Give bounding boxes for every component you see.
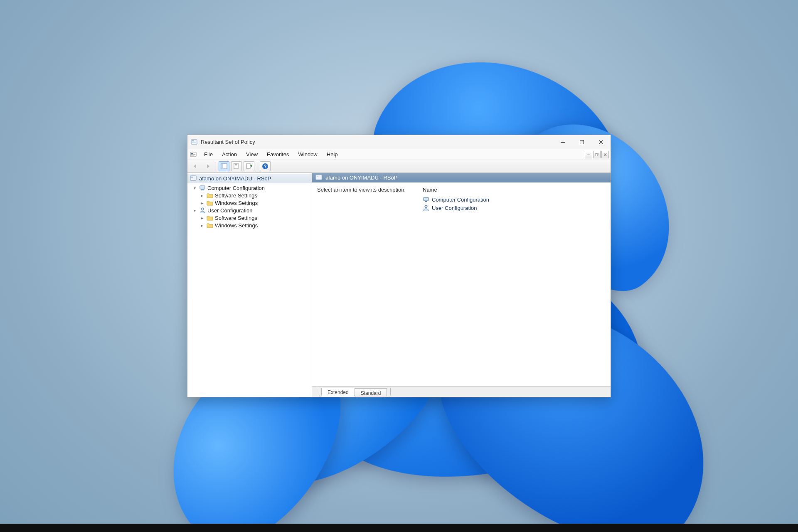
- svg-rect-7: [191, 153, 193, 154]
- titlebar[interactable]: Resultant Set of Policy: [187, 135, 611, 149]
- details-pane: afamo on ONYIMADU - RSoP Select an item …: [312, 173, 611, 397]
- user-icon: [199, 207, 206, 214]
- mmc-icon: [190, 151, 197, 158]
- computer-icon: [423, 196, 429, 203]
- tree-root-label: afamo on ONYIMADU - RSoP: [199, 175, 271, 182]
- svg-rect-8: [191, 154, 195, 155]
- description-prompt: Select an item to view its description.: [317, 187, 406, 193]
- svg-rect-10: [587, 155, 590, 155]
- details-header: afamo on ONYIMADU - RSoP: [312, 173, 611, 182]
- toolbar-show-hide-tree-button[interactable]: [219, 161, 229, 171]
- tree-node-uc-software-settings[interactable]: ▸ Software Settings: [189, 214, 312, 222]
- svg-rect-27: [316, 175, 322, 180]
- svg-rect-25: [201, 190, 204, 190]
- rsop-root-icon: [315, 174, 322, 181]
- tree-pane[interactable]: afamo on ONYIMADU - RSoP ▾ Computer Conf…: [187, 173, 312, 397]
- tree-node-cc-software-settings[interactable]: ▸ Software Settings: [189, 192, 312, 199]
- tree-node-uc-windows-settings[interactable]: ▸ Windows Settings: [189, 222, 312, 229]
- svg-rect-4: [561, 142, 565, 143]
- list-item-label: Computer Configuration: [432, 197, 489, 203]
- list-item-label: User Configuration: [432, 205, 477, 211]
- chevron-right-icon[interactable]: ▸: [199, 193, 205, 198]
- svg-rect-17: [235, 165, 237, 165]
- tab-label: Extended: [328, 389, 349, 395]
- mdi-restore-button[interactable]: [593, 151, 601, 158]
- tree-label: Software Settings: [215, 192, 257, 199]
- list-column-header-name[interactable]: Name: [423, 187, 606, 195]
- minimize-button[interactable]: [553, 135, 572, 149]
- tree-node-user-configuration[interactable]: ▾ User Configuration: [189, 207, 312, 214]
- toolbar-back-button[interactable]: [190, 161, 201, 171]
- toolbar-properties-button[interactable]: [231, 161, 242, 171]
- mdi-close-button[interactable]: [601, 151, 609, 158]
- computer-icon: [199, 185, 206, 191]
- svg-rect-18: [235, 166, 237, 166]
- svg-rect-14: [221, 164, 223, 169]
- chevron-down-icon[interactable]: ▾: [192, 208, 197, 213]
- menu-help[interactable]: Help: [323, 150, 342, 159]
- menu-view[interactable]: View: [242, 150, 262, 159]
- details-header-title: afamo on ONYIMADU - RSoP: [325, 175, 397, 181]
- svg-rect-2: [192, 142, 196, 142]
- svg-rect-29: [424, 197, 429, 201]
- tree-node-computer-configuration[interactable]: ▾ Computer Configuration: [189, 184, 312, 192]
- svg-rect-30: [425, 201, 427, 202]
- tree-node-cc-windows-settings[interactable]: ▸ Windows Settings: [189, 199, 312, 207]
- svg-rect-19: [246, 164, 250, 168]
- chevron-right-icon[interactable]: ▸: [199, 223, 205, 228]
- svg-rect-28: [317, 176, 318, 177]
- svg-rect-23: [191, 177, 193, 177]
- menu-window[interactable]: Window: [294, 150, 322, 159]
- mdi-window-controls: [585, 151, 611, 158]
- rsop-window: Resultant Set of Policy File Action View…: [187, 135, 611, 397]
- description-column: Select an item to view its description.: [317, 187, 413, 382]
- toolbar-separator: [257, 162, 257, 170]
- toolbar-export-list-button[interactable]: [244, 161, 254, 171]
- svg-rect-1: [192, 140, 194, 141]
- maximize-button[interactable]: [572, 135, 591, 149]
- toolbar-forward-button[interactable]: [202, 161, 213, 171]
- svg-rect-3: [192, 143, 196, 143]
- svg-rect-5: [580, 140, 584, 144]
- svg-rect-16: [235, 164, 237, 165]
- tree-label: Computer Configuration: [207, 185, 265, 191]
- toolbar-help-button[interactable]: ?: [260, 161, 271, 171]
- svg-point-31: [425, 205, 427, 208]
- close-button[interactable]: [591, 135, 611, 149]
- chevron-down-icon[interactable]: ▾: [192, 186, 197, 190]
- list-item-computer-configuration[interactable]: Computer Configuration: [423, 195, 606, 204]
- user-icon: [423, 204, 429, 211]
- tab-label: Standard: [361, 390, 381, 396]
- taskbar: [0, 524, 798, 532]
- chevron-right-icon[interactable]: ▸: [199, 201, 205, 205]
- toolbar-separator: [216, 162, 216, 170]
- window-title: Resultant Set of Policy: [201, 139, 255, 145]
- tree-label: Windows Settings: [215, 222, 258, 229]
- folder-icon: [207, 222, 213, 229]
- tab-standard[interactable]: Standard: [355, 388, 387, 397]
- tree-label: User Configuration: [207, 207, 252, 214]
- tab-extended[interactable]: Extended: [321, 388, 355, 397]
- folder-icon: [207, 214, 213, 221]
- svg-rect-24: [200, 186, 205, 189]
- details-tabstrip: Extended Standard: [312, 386, 611, 397]
- svg-rect-22: [190, 176, 196, 180]
- folder-icon: [207, 200, 213, 206]
- tree-label: Software Settings: [215, 215, 257, 221]
- app-icon: [191, 139, 197, 145]
- mdi-minimize-button[interactable]: [585, 151, 592, 158]
- chevron-right-icon[interactable]: ▸: [199, 216, 205, 220]
- svg-rect-9: [191, 155, 194, 155]
- tree-root-header[interactable]: afamo on ONYIMADU - RSoP: [187, 174, 312, 183]
- menu-action[interactable]: Action: [218, 150, 241, 159]
- list-item-user-configuration[interactable]: User Configuration: [423, 204, 606, 212]
- folder-icon: [207, 192, 213, 199]
- svg-rect-12: [595, 154, 598, 156]
- menubar: File Action View Favorites Window Help: [187, 150, 342, 159]
- menu-file[interactable]: File: [200, 150, 217, 159]
- toolbar: ?: [187, 160, 611, 172]
- tree-label: Windows Settings: [215, 200, 258, 206]
- list-column: Name Computer Configuration User Config: [423, 187, 606, 382]
- svg-text:?: ?: [264, 164, 267, 169]
- menu-favorites[interactable]: Favorites: [263, 150, 293, 159]
